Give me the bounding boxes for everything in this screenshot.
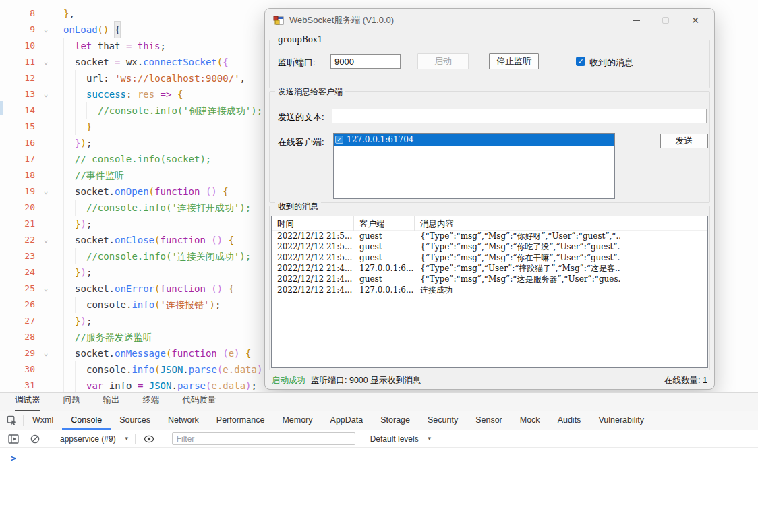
fold-chevron-icon[interactable]: ⌄ bbox=[39, 22, 53, 38]
online-clients-listbox[interactable]: ✓127.0.0.1:61704 bbox=[333, 133, 615, 199]
fold-chevron-icon[interactable]: ⌄ bbox=[39, 54, 53, 70]
table-row[interactable]: 2022/12/12 21:4...guest{“Type”:“msg”,“Ms… bbox=[272, 274, 707, 285]
line-number[interactable]: 26 bbox=[0, 297, 35, 313]
devtools-tab-memory[interactable]: Memory bbox=[273, 411, 321, 430]
client-checkbox[interactable]: ✓ bbox=[335, 136, 343, 144]
token: ( bbox=[149, 183, 154, 200]
panel-tab-5[interactable]: 代码质量 bbox=[183, 394, 216, 411]
port-input[interactable] bbox=[330, 54, 401, 69]
console-output[interactable]: > bbox=[0, 448, 758, 532]
inspect-element-icon[interactable] bbox=[0, 411, 23, 430]
line-number[interactable]: 12 bbox=[0, 70, 35, 86]
clear-console-icon[interactable] bbox=[27, 434, 43, 444]
table-row[interactable]: 2022/12/12 21:5...guest{“Type”:“msg”,“Ms… bbox=[272, 252, 707, 263]
line-number[interactable]: 17 bbox=[0, 151, 35, 167]
line-number[interactable]: 23 bbox=[0, 248, 35, 264]
window-title: WebSocket服务端 (V1.0.0) bbox=[289, 14, 394, 26]
token: ) bbox=[245, 378, 251, 392]
window-titlebar[interactable]: WebSocket服务端 (V1.0.0) ✕ bbox=[265, 9, 714, 32]
start-button[interactable]: 启动 bbox=[417, 53, 469, 69]
devtools-tab-appdata[interactable]: AppData bbox=[322, 411, 372, 430]
token: success bbox=[86, 86, 126, 102]
line-number[interactable]: 16 bbox=[0, 135, 35, 151]
panel-tab-4[interactable]: 终端 bbox=[143, 394, 160, 411]
filter-input[interactable] bbox=[172, 432, 355, 445]
minimize-button[interactable] bbox=[621, 9, 651, 32]
log-levels-selector[interactable]: Default levels bbox=[370, 434, 419, 444]
line-number[interactable]: 14 bbox=[0, 102, 35, 119]
line-number[interactable]: 21 bbox=[0, 216, 35, 232]
column-header[interactable]: 时间 bbox=[272, 216, 354, 231]
token: ( bbox=[154, 297, 160, 313]
received-messages-checkbox[interactable]: ✓ bbox=[576, 57, 585, 66]
status-started: 启动成功 bbox=[272, 375, 305, 386]
devtools-tab-sensor[interactable]: Sensor bbox=[467, 411, 511, 430]
send-text-input[interactable] bbox=[332, 109, 707, 123]
line-number[interactable]: 20 bbox=[0, 200, 35, 216]
devtools-tab-vulnerability[interactable]: Vulnerability bbox=[589, 411, 653, 430]
close-button[interactable]: ✕ bbox=[680, 9, 710, 32]
token: socket. bbox=[75, 345, 115, 361]
messages-listview[interactable]: 时间客户端消息内容 2022/12/12 21:5...guest{“Type”… bbox=[271, 216, 708, 368]
line-number[interactable]: 27 bbox=[0, 313, 35, 329]
stop-listening-button[interactable]: 停止监听 bbox=[489, 53, 539, 69]
devtools-tab-security[interactable]: Security bbox=[419, 411, 467, 430]
line-number[interactable]: 25 bbox=[0, 280, 35, 297]
table-row[interactable]: 2022/12/12 21:5...guest{“Type”:“msg”,“Ms… bbox=[272, 241, 707, 252]
chevron-down-icon: ▼ bbox=[124, 436, 129, 442]
sidebar-toggle-icon[interactable] bbox=[5, 434, 22, 444]
console-prompt[interactable]: > bbox=[0, 448, 758, 463]
messages-header[interactable]: 时间客户端消息内容 bbox=[272, 216, 707, 231]
eye-icon[interactable] bbox=[141, 435, 157, 443]
fold-chevron-icon[interactable]: ⌄ bbox=[39, 86, 53, 102]
devtools-tab-mock[interactable]: Mock bbox=[511, 411, 549, 430]
line-number[interactable]: 29 bbox=[0, 345, 35, 361]
token: ; bbox=[252, 378, 257, 392]
line-number[interactable]: 9 bbox=[0, 22, 35, 38]
line-number[interactable]: 24 bbox=[0, 264, 35, 280]
panel-tab-1[interactable]: 调试器 bbox=[15, 394, 40, 411]
line-number[interactable]: 31 bbox=[0, 378, 35, 392]
editor-margin-marker bbox=[0, 101, 3, 115]
devtools-tab-performance[interactable]: Performance bbox=[208, 411, 274, 430]
devtools-tab-audits[interactable]: Audits bbox=[549, 411, 590, 430]
column-header[interactable]: 消息内容 bbox=[415, 216, 620, 231]
devtools-tab-console[interactable]: Console bbox=[62, 411, 111, 430]
line-number[interactable]: 28 bbox=[0, 329, 35, 345]
indent-guide bbox=[63, 183, 75, 200]
maximize-button[interactable] bbox=[651, 9, 680, 32]
fold-chevron-icon[interactable]: ⌄ bbox=[39, 183, 53, 200]
devtools-tab-wxml[interactable]: Wxml bbox=[24, 411, 62, 430]
token: . bbox=[183, 361, 188, 378]
send-button[interactable]: 发送 bbox=[660, 134, 708, 148]
table-row[interactable]: 2022/12/12 21:5...guest{“Type”:“msg”,“Ms… bbox=[272, 231, 707, 241]
fold-chevron-icon[interactable]: ⌄ bbox=[39, 232, 53, 248]
indent-guide bbox=[63, 280, 75, 297]
panel-tab-2[interactable]: 问题 bbox=[63, 394, 80, 411]
client-list-item[interactable]: ✓127.0.0.1:61704 bbox=[334, 134, 614, 146]
line-number[interactable]: 13 bbox=[0, 86, 35, 102]
line-number[interactable]: 11 bbox=[0, 54, 35, 70]
line-number[interactable]: 22 bbox=[0, 232, 35, 248]
token: } bbox=[75, 264, 80, 280]
token: { bbox=[245, 345, 251, 361]
token bbox=[223, 232, 228, 248]
fold-chevron-icon[interactable]: ⌄ bbox=[39, 280, 53, 297]
devtools-tab-network[interactable]: Network bbox=[159, 411, 208, 430]
line-number[interactable]: 8 bbox=[0, 5, 35, 22]
line-number[interactable]: 18 bbox=[0, 167, 35, 183]
line-number[interactable]: 15 bbox=[0, 119, 35, 135]
received-messages-checkbox-label: 收到的消息 bbox=[589, 57, 633, 69]
line-number[interactable]: 10 bbox=[0, 38, 35, 54]
context-selector[interactable]: appservice (#9) bbox=[60, 434, 116, 444]
devtools-tab-sources[interactable]: Sources bbox=[111, 411, 159, 430]
line-number[interactable]: 30 bbox=[0, 361, 35, 378]
column-header[interactable]: 客户端 bbox=[354, 216, 415, 231]
table-row[interactable]: 2022/12/12 21:4...127.0.0.1:6...{“Type”:… bbox=[272, 263, 707, 274]
panel-tab-3[interactable]: 输出 bbox=[103, 394, 120, 411]
token: console. bbox=[86, 361, 132, 378]
fold-chevron-icon[interactable]: ⌄ bbox=[39, 345, 53, 361]
line-number[interactable]: 19 bbox=[0, 183, 35, 200]
devtools-tab-storage[interactable]: Storage bbox=[372, 411, 419, 430]
table-row[interactable]: 2022/12/12 21:4...127.0.0.1:6...连接成功 bbox=[272, 285, 707, 295]
